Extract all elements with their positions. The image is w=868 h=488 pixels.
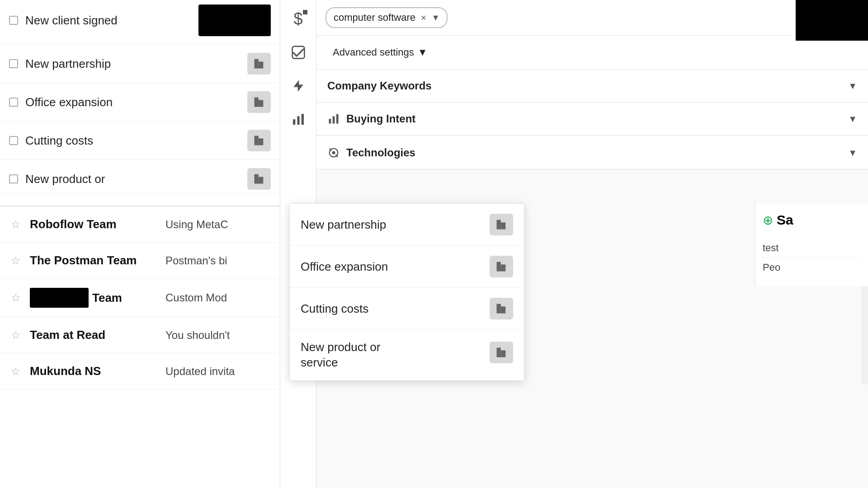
checkbox-new-product[interactable] [9, 174, 18, 183]
overlay-label-office-expansion: Office expansion [301, 260, 482, 274]
redacted-new-client [198, 5, 271, 36]
technologies-section: Technologies ▼ [316, 136, 868, 169]
technologies-label: Technologies [346, 146, 415, 159]
result-name-redacted: Team [30, 288, 156, 308]
star-roboflow[interactable]: ☆ [11, 218, 21, 231]
result-row-postman[interactable]: ☆ The Postman Team Postman's bi [0, 243, 280, 279]
result-desc-redacted: Custom Mod [165, 291, 278, 304]
trigger-label-office-expansion: Office expansion [25, 95, 240, 109]
advanced-settings-button[interactable]: Advanced settings ▼ [327, 43, 433, 62]
svg-rect-38 [497, 262, 501, 272]
overlay-building-new-product[interactable] [490, 342, 513, 363]
trigger-item-new-partnership: New partnership [0, 45, 280, 83]
checkmark-icon-container[interactable] [288, 42, 308, 62]
svg-rect-5 [259, 63, 260, 64]
lightning-icon-container[interactable] [288, 76, 308, 96]
svg-rect-7 [262, 63, 263, 64]
filter-tag-label: computer software [334, 12, 415, 23]
right-people-field: Peo [763, 258, 861, 277]
buying-intent-header[interactable]: Buying Intent ▼ [316, 103, 868, 135]
overlay-dropdown: New partnership Office expansion Cutting… [289, 203, 524, 381]
checkmark-icon [291, 45, 306, 60]
bar-chart-icon [291, 112, 306, 127]
building-icon-office-expansion[interactable] [247, 91, 271, 113]
checkbox-office-expansion[interactable] [9, 98, 18, 107]
svg-rect-22 [292, 47, 304, 59]
trigger-item-new-product: New product or [0, 160, 280, 194]
result-desc-team-at-read: You shouldn't [165, 329, 278, 342]
overlay-item-new-product[interactable]: New product orservice [290, 330, 524, 380]
svg-rect-35 [501, 222, 506, 229]
overlay-item-cutting-costs[interactable]: Cutting costs [290, 288, 524, 330]
advanced-settings-chevron: ▼ [418, 47, 428, 58]
result-row-team-at-read[interactable]: ☆ Team at Read You shouldn't [0, 317, 280, 353]
building-icon-cutting-costs[interactable] [247, 130, 271, 151]
star-team-at-read[interactable]: ☆ [11, 329, 21, 342]
svg-rect-29 [336, 114, 339, 124]
building-icon-new-product[interactable] [247, 168, 271, 190]
svg-marker-23 [293, 80, 303, 92]
checkbox-cutting-costs[interactable] [9, 136, 18, 145]
svg-rect-40 [497, 304, 501, 314]
svg-rect-4 [255, 65, 256, 66]
result-name-mukunda: Mukunda NS [30, 364, 156, 378]
svg-rect-21 [259, 177, 264, 183]
trigger-item-new-client-signed: New client signed [0, 0, 280, 45]
buying-intent-section: Buying Intent ▼ [316, 103, 868, 136]
technologies-header[interactable]: Technologies ▼ [316, 136, 868, 169]
result-name-team-at-read: Team at Read [30, 328, 156, 342]
company-keywords-chevron: ▼ [848, 81, 857, 91]
star-mukunda[interactable]: ☆ [11, 365, 21, 378]
overlay-item-new-partnership[interactable]: New partnership [290, 204, 524, 246]
filter-tag-computer-software[interactable]: computer software × ▼ [326, 7, 448, 28]
overlay-label-cutting-costs: Cutting costs [301, 302, 482, 316]
building-icon-new-partnership[interactable] [247, 53, 271, 75]
svg-rect-20 [255, 174, 259, 184]
result-desc-mukunda: Updated invita [165, 365, 278, 378]
dollar-icon-container[interactable]: $ [288, 9, 308, 29]
company-keywords-header[interactable]: Company Keywords ▼ [316, 70, 868, 102]
company-keywords-title: Company Keywords [327, 80, 432, 92]
right-side-panel: ⊕ Sa test Peo [755, 203, 868, 286]
overlay-building-svg-2 [495, 302, 508, 315]
right-test-field: test [763, 239, 861, 258]
checkbox-new-client-signed[interactable] [9, 16, 18, 25]
bar-chart-icon-container[interactable] [288, 109, 308, 129]
trigger-list: New client signed New partnership Office… [0, 0, 280, 194]
buying-intent-title-container: Buying Intent [327, 113, 415, 125]
overlay-building-cutting-costs[interactable] [490, 298, 513, 319]
checkbox-new-partnership[interactable] [9, 59, 18, 68]
svg-rect-8 [262, 66, 263, 66]
main-container: New client signed New partnership Office… [0, 0, 868, 488]
result-row-mukunda[interactable]: ☆ Mukunda NS Updated invita [0, 353, 280, 389]
results-list: ☆ Roboflow Team Using MetaC ☆ The Postma… [0, 206, 280, 389]
redact-block [30, 288, 89, 308]
svg-rect-25 [297, 116, 299, 125]
star-redacted[interactable]: ☆ [11, 291, 21, 304]
trigger-label-new-partnership: New partnership [25, 57, 240, 71]
overlay-building-new-partnership[interactable] [490, 214, 513, 235]
overlay-building-office-expansion[interactable] [490, 256, 513, 277]
overlay-label-new-product: New product orservice [301, 340, 482, 371]
svg-rect-14 [259, 102, 260, 103]
overlay-item-office-expansion[interactable]: Office expansion [290, 246, 524, 288]
redacted-top-right [796, 0, 868, 41]
svg-rect-3 [255, 63, 256, 64]
svg-rect-2 [255, 61, 256, 61]
trigger-label-new-product: New product or [25, 172, 240, 186]
search-checkmark-icon: ⊕ [763, 213, 773, 228]
svg-rect-24 [293, 119, 295, 125]
result-row-redacted[interactable]: ☆ Team Custom Mod [0, 279, 280, 317]
filter-tag-chevron[interactable]: ▼ [432, 13, 440, 23]
svg-rect-18 [255, 137, 256, 138]
result-row-roboflow[interactable]: ☆ Roboflow Team Using MetaC [0, 206, 280, 243]
overlay-building-svg-3 [495, 346, 508, 359]
svg-rect-34 [497, 220, 501, 230]
buying-intent-chevron: ▼ [848, 114, 857, 124]
result-desc-roboflow: Using MetaC [165, 218, 278, 231]
filter-tag-close[interactable]: × [421, 13, 426, 23]
advanced-settings-label: Advanced settings [333, 47, 414, 58]
star-postman[interactable]: ☆ [11, 254, 21, 267]
overlay-building-svg-0 [495, 218, 508, 231]
lightning-icon [291, 79, 306, 93]
